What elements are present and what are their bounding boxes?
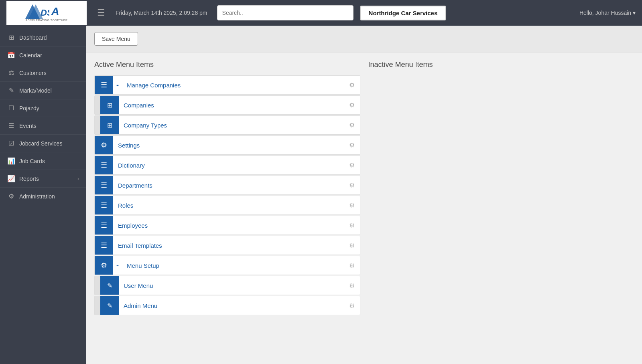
- grid-icon: ⊞: [107, 101, 112, 109]
- user-menu-icon-box: ✎: [100, 276, 119, 295]
- active-menu-title: Active Menu Items: [94, 61, 360, 69]
- sub-indent-spacer: [95, 96, 100, 114]
- menu-item-roles[interactable]: ☰ Roles ⚙: [94, 196, 360, 215]
- menu-item-settings[interactable]: ⚙ Settings ⚙: [94, 135, 360, 155]
- hamburger-button[interactable]: ☰: [93, 5, 109, 20]
- save-menu-button[interactable]: Save Menu: [94, 32, 138, 46]
- sidebar-item-label: Marka/Model: [19, 87, 52, 94]
- companies-gear-icon[interactable]: ⚙: [344, 96, 360, 114]
- edit-icon: ✎: [107, 282, 112, 289]
- roles-gear-icon[interactable]: ⚙: [344, 196, 360, 214]
- departments-gear-icon[interactable]: ⚙: [344, 176, 360, 194]
- sidebar-item-label: Administration: [19, 193, 55, 200]
- dictionary-icon-box: ☰: [95, 156, 113, 174]
- sidebar-item-label: Job Cards: [19, 158, 45, 164]
- company-selector-button[interactable]: Northridge Car Services: [360, 6, 447, 20]
- menu-item-admin-menu[interactable]: ✎ Admin Menu ⚙: [94, 296, 360, 315]
- inactive-menu-section: Inactive Menu Items: [368, 61, 634, 316]
- reports-chevron-icon: ›: [77, 176, 79, 182]
- active-menu-section: Active Menu Items ☰ - Manage Companies ⚙…: [94, 61, 360, 316]
- header: DS A ACCELERATING TOGETHER ☰ Friday, Mar…: [0, 0, 642, 26]
- sidebar-item-label: Customers: [19, 70, 47, 76]
- sidebar-item-administration[interactable]: ⚙ Administration: [0, 188, 86, 205]
- email-templates-label: Email Templates: [113, 242, 344, 249]
- sidebar-item-job-cards[interactable]: 📊 Job Cards: [0, 152, 86, 170]
- sidebar-item-jobcard-services[interactable]: ☑ Jobcard Services: [0, 135, 86, 152]
- company-types-gear-icon[interactable]: ⚙: [344, 116, 360, 134]
- list-icon: ☰: [101, 181, 107, 190]
- sidebar-item-pojazdy[interactable]: ☐ Pojazdy: [0, 99, 86, 117]
- manage-companies-icon-box: ☰: [95, 76, 113, 94]
- employees-icon-box: ☰: [95, 216, 113, 235]
- sidebar-item-events[interactable]: ☰ Events: [0, 117, 86, 135]
- admin-menu-label: Admin Menu: [119, 302, 344, 309]
- list-icon: ☰: [101, 201, 107, 210]
- edit-icon: ✎: [107, 302, 112, 309]
- menu-setup-gear-icon[interactable]: ⚙: [344, 256, 360, 275]
- companies-label: Companies: [119, 102, 344, 109]
- sidebar-item-calendar[interactable]: 📅 Calendar: [0, 47, 86, 64]
- sidebar-item-customers[interactable]: ⚖ Customers: [0, 64, 86, 82]
- sub-indent-spacer: [95, 296, 100, 315]
- user-menu[interactable]: Hello, Johar Hussain ▾: [579, 10, 636, 16]
- employees-gear-icon[interactable]: ⚙: [344, 216, 360, 235]
- menu-item-menu-setup[interactable]: ⚙ - Menu Setup ⚙: [94, 256, 360, 275]
- departments-label: Departments: [113, 182, 344, 189]
- logo-tagline: ACCELERATING TOGETHER: [25, 19, 67, 22]
- jobcard-services-icon: ☑: [7, 140, 15, 147]
- sub-indent-spacer: [95, 116, 100, 134]
- email-templates-icon-box: ☰: [95, 236, 113, 255]
- user-greeting-text: Hello, Johar Hussain: [579, 10, 631, 16]
- sidebar-item-dashboard[interactable]: ⊞ Dashboard: [0, 29, 86, 47]
- dictionary-gear-icon[interactable]: ⚙: [344, 156, 360, 174]
- grid-icon: ⊞: [107, 121, 112, 129]
- user-menu-gear-icon[interactable]: ⚙: [344, 276, 360, 295]
- customers-icon: ⚖: [7, 69, 15, 77]
- administration-icon: ⚙: [7, 192, 15, 200]
- menu-setup-label: Menu Setup: [122, 262, 344, 269]
- events-icon: ☰: [7, 122, 15, 129]
- sidebar-item-marka-model[interactable]: ✎ Marka/Model: [0, 82, 86, 99]
- menu-item-user-menu[interactable]: ✎ User Menu ⚙: [94, 276, 360, 295]
- sidebar-item-label: Jobcard Services: [19, 140, 62, 147]
- menu-item-company-types[interactable]: ⊞ Company Types ⚙: [94, 115, 360, 135]
- gear-icon: ⚙: [101, 261, 107, 270]
- departments-icon-box: ☰: [95, 176, 113, 194]
- menu-setup-icon-box: ⚙: [95, 256, 113, 275]
- ads-logo-svg: DS: [25, 4, 49, 19]
- email-templates-gear-icon[interactable]: ⚙: [344, 236, 360, 255]
- user-dropdown-icon: ▾: [633, 10, 636, 16]
- manage-companies-dash: -: [116, 81, 119, 89]
- menu-setup-dash: -: [116, 261, 119, 270]
- menu-item-email-templates[interactable]: ☰ Email Templates ⚙: [94, 236, 360, 255]
- calendar-icon: 📅: [7, 51, 15, 59]
- sidebar-item-label: Reports: [19, 176, 39, 182]
- roles-label: Roles: [113, 202, 344, 209]
- search-input[interactable]: [217, 5, 354, 20]
- admin-menu-gear-icon[interactable]: ⚙: [344, 296, 360, 315]
- manage-companies-gear-icon[interactable]: ⚙: [344, 76, 360, 94]
- companies-icon-box: ⊞: [100, 96, 119, 114]
- menu-item-dictionary[interactable]: ☰ Dictionary ⚙: [94, 156, 360, 175]
- sidebar-item-label: Calendar: [19, 52, 42, 59]
- sidebar: ⊞ Dashboard 📅 Calendar ⚖ Customers ✎ Mar…: [0, 26, 86, 364]
- menu-item-departments[interactable]: ☰ Departments ⚙: [94, 176, 360, 195]
- list-icon: ☰: [101, 241, 107, 250]
- settings-gear-icon[interactable]: ⚙: [344, 136, 360, 154]
- pojazdy-icon: ☐: [7, 104, 15, 112]
- settings-icon-box: ⚙: [95, 136, 113, 154]
- settings-label: Settings: [113, 142, 344, 149]
- manage-companies-label: Manage Companies: [122, 82, 344, 89]
- menu-item-manage-companies[interactable]: ☰ - Manage Companies ⚙: [94, 75, 360, 95]
- sidebar-item-reports[interactable]: 📈 Reports ›: [0, 170, 86, 188]
- menu-item-companies[interactable]: ⊞ Companies ⚙: [94, 95, 360, 115]
- menu-item-employees[interactable]: ☰ Employees ⚙: [94, 216, 360, 235]
- roles-icon-box: ☰: [95, 196, 113, 214]
- reports-icon: 📈: [7, 175, 15, 182]
- inactive-menu-title: Inactive Menu Items: [368, 61, 634, 69]
- main-layout: ⊞ Dashboard 📅 Calendar ⚖ Customers ✎ Mar…: [0, 26, 642, 364]
- logo: DS A ACCELERATING TOGETHER: [6, 1, 87, 25]
- menu-management: Active Menu Items ☰ - Manage Companies ⚙…: [86, 53, 642, 324]
- sidebar-item-label: Dashboard: [19, 34, 47, 41]
- employees-label: Employees: [113, 222, 344, 229]
